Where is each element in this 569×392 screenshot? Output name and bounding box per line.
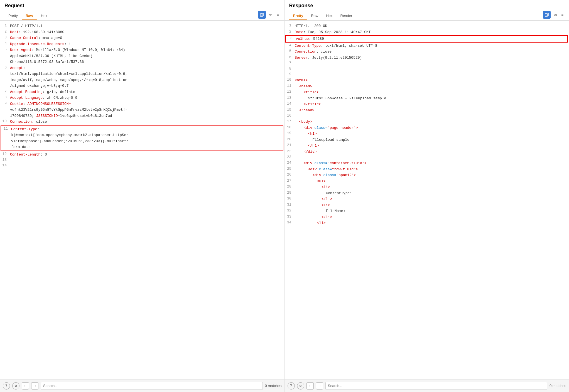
- response-search-input[interactable]: [325, 382, 548, 390]
- response-bottom-bar: ? ⚙ ← → 0 matches: [285, 379, 569, 392]
- request-prev-arrow[interactable]: ←: [22, 382, 29, 389]
- response-line-21: 21 </h1>: [285, 143, 569, 149]
- tab-response-hex[interactable]: Hex: [322, 12, 336, 20]
- request-newline-icon[interactable]: \n: [268, 13, 273, 17]
- request-line-5b: AppleWebKit/537.36 (KHTML, like Gecko): [0, 53, 284, 59]
- request-header: Request Pretty Raw Hex \n ≡: [0, 0, 284, 21]
- response-tab-icons: \n ≡: [543, 11, 565, 20]
- request-line-11c: vletResponse'].addHeader('vulhub',233*23…: [1, 138, 283, 144]
- response-line-10: 10 <html>: [285, 77, 569, 83]
- request-bottom-bar: ? ⚙ ← → 0 matches: [0, 379, 284, 392]
- request-line-6d: /signed-exchange;v=b3;q=0.7: [0, 83, 284, 89]
- request-matches-text: 0 matches: [265, 384, 282, 388]
- request-line-9b: vq4hk23V21rs9yG5nGTvYkGppFGmFrvzzM2tvtw2…: [0, 107, 284, 113]
- response-line-29: 29 ContentType:: [285, 190, 569, 196]
- response-line-6: 6 Server: Jetty(9.2.11.v20150529): [285, 55, 569, 61]
- tab-request-raw[interactable]: Raw: [22, 12, 37, 20]
- response-menu-icon[interactable]: ≡: [560, 13, 565, 17]
- response-line-9: 9: [285, 72, 569, 77]
- request-line-11b: %{#context['com.opensymphony.xwork2.disp…: [1, 132, 283, 138]
- request-panel: Request Pretty Raw Hex \n ≡: [0, 0, 285, 392]
- request-line-1: 1 POST / HTTP/1.1: [0, 23, 284, 29]
- request-line-14: 14: [0, 163, 284, 169]
- response-line-22: 22 </div>: [285, 149, 569, 155]
- response-line-16: 16: [285, 113, 569, 119]
- request-settings-icon[interactable]: ⚙: [12, 382, 19, 389]
- request-line-11-highlight: 11 Content-Type: %{#context['com.opensym…: [1, 125, 283, 151]
- response-line-7: 7: [285, 61, 569, 66]
- tab-request-hex[interactable]: Hex: [37, 12, 51, 20]
- request-line-13: 13: [0, 157, 284, 163]
- request-title: Request: [4, 3, 280, 9]
- tab-response-render[interactable]: Render: [337, 12, 356, 20]
- request-line-10: 10 Connection: close: [0, 119, 284, 125]
- request-line-6c: image/avif,image/webp,image/apng,*/*;q=0…: [0, 77, 284, 83]
- response-line-33: 33 </li>: [285, 214, 569, 220]
- request-copy-icon[interactable]: [258, 11, 266, 19]
- response-line-4: 4 Content-Type: text/html; charset=UTF-8: [285, 43, 569, 49]
- response-line-23: 23: [285, 155, 569, 160]
- request-search-input[interactable]: [41, 382, 263, 390]
- response-line-17: 17 <body>: [285, 119, 569, 125]
- request-line-5: 5 User-Agent: Mozilla/5.0 (Windows NT 10…: [0, 47, 284, 53]
- request-line-5c: Chrome/113.0.5672.93 Safari/537.36: [0, 59, 284, 65]
- request-line-11: 11 Content-Type:: [1, 126, 283, 132]
- request-line-2: 2 Host: 192.168.80.141:8080: [0, 29, 284, 35]
- response-help-icon[interactable]: ?: [288, 382, 295, 389]
- response-tab-row: Pretty Raw Hex Render \n ≡: [289, 11, 565, 20]
- response-line-14: 14 </title>: [285, 101, 569, 107]
- response-line-5: 5 Connection: close: [285, 49, 569, 55]
- tab-request-pretty[interactable]: Pretty: [4, 12, 22, 20]
- response-next-arrow[interactable]: →: [316, 382, 323, 389]
- request-line-9: 9 Cookie: ADMINCONSOLESESSION=: [0, 101, 284, 107]
- response-header: Response Pretty Raw Hex Render \n ≡: [285, 0, 569, 21]
- response-line-19: 19 <h1>: [285, 131, 569, 137]
- request-line-3: 3 Cache-Control: max-age=0: [0, 35, 284, 41]
- response-content: 1 HTTP/1.1 200 OK 2 Date: Tue, 05 Sep 20…: [285, 21, 569, 379]
- response-title: Response: [289, 3, 565, 9]
- tab-response-pretty[interactable]: Pretty: [289, 12, 307, 20]
- response-prev-arrow[interactable]: ←: [306, 382, 314, 389]
- response-line-15: 15 </head>: [285, 107, 569, 114]
- response-line-13: 13 Struts2 Showcase - Fileupload sample: [285, 95, 569, 102]
- response-line-32: 32 FileName:: [285, 208, 569, 214]
- request-line-6b: text/html,application/xhtml+xml,applicat…: [0, 71, 284, 77]
- response-line-12: 12 <title>: [285, 89, 569, 95]
- request-line-7: 7 Accept-Encoding: gzip, deflate: [0, 89, 284, 95]
- request-line-6: 6 Accept:: [0, 65, 284, 71]
- response-line-26: 26 <div class="span12">: [285, 172, 569, 178]
- response-line-27: 27 <ul>: [285, 178, 569, 184]
- request-content: 1 POST / HTTP/1.1 2 Host: 192.168.80.141…: [0, 21, 284, 379]
- request-tab-icons: \n ≡: [258, 11, 280, 20]
- request-line-11d: form-data: [1, 144, 283, 150]
- request-line-12: 12 Content-Length: 0: [0, 152, 284, 158]
- request-line-4: 4 Upgrade-Insecure-Requests: 1: [0, 41, 284, 47]
- response-line-24: 24 <div class="container-fluid">: [285, 160, 569, 166]
- response-line-18: 18 <div class="page-header">: [285, 125, 569, 131]
- response-line-31: 31 <li>: [285, 202, 569, 208]
- response-copy-icon[interactable]: [543, 11, 551, 19]
- response-line-3-highlight: 3 vulhub: 54289: [285, 35, 568, 43]
- response-line-11: 11 <head>: [285, 83, 569, 90]
- response-line-28: 28 <li>: [285, 184, 569, 190]
- response-settings-icon[interactable]: ⚙: [297, 382, 304, 389]
- request-help-icon[interactable]: ?: [3, 382, 10, 389]
- response-line-20: 20 Fileupload sample: [285, 137, 569, 143]
- response-newline-icon[interactable]: \n: [553, 13, 558, 17]
- response-panel: Response Pretty Raw Hex Render \n ≡: [285, 0, 569, 392]
- response-matches-text: 0 matches: [550, 384, 566, 388]
- request-menu-icon[interactable]: ≡: [276, 13, 280, 17]
- response-line-8: 8: [285, 66, 569, 72]
- response-line-1: 1 HTTP/1.1 200 OK: [285, 23, 569, 29]
- request-tab-row: Pretty Raw Hex \n ≡: [4, 11, 280, 20]
- response-line-34: 34 <li>: [285, 220, 569, 226]
- request-line-8: 8 Accept-Language: zh-CN,zh;q=0.9: [0, 95, 284, 101]
- request-line-9c: 1799840789; JSESSIONID=lvu6qz8rcsotvb0a8…: [0, 113, 284, 119]
- main-container: Request Pretty Raw Hex \n ≡: [0, 0, 569, 392]
- response-line-30: 30 </li>: [285, 196, 569, 202]
- tab-response-raw[interactable]: Raw: [307, 12, 322, 20]
- response-line-25: 25 <div class="row-fluid">: [285, 166, 569, 172]
- response-line-2: 2 Date: Tue, 05 Sep 2023 11:40:47 GMT: [285, 29, 569, 35]
- request-next-arrow[interactable]: →: [31, 382, 38, 389]
